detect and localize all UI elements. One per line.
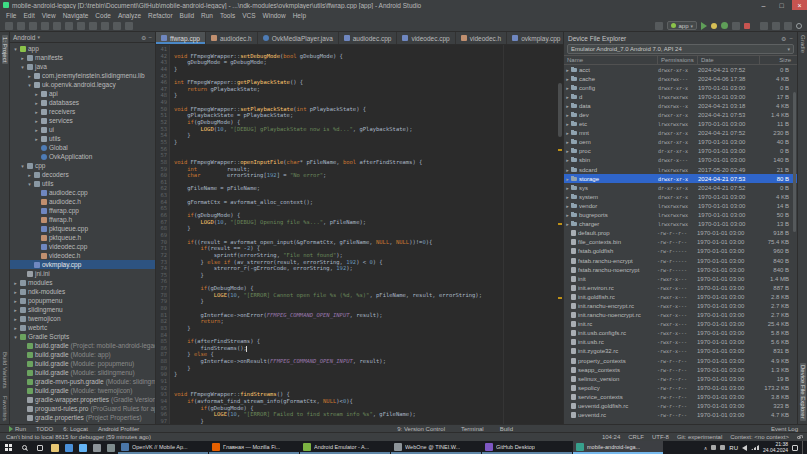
tree-item[interactable]: ▸utils bbox=[10, 134, 155, 143]
chevron-down-icon[interactable]: ▾ bbox=[20, 64, 25, 70]
file-row[interactable]: init.zygote32.rc-rwxr-x---1970-01-01 03:… bbox=[564, 347, 797, 356]
file-row[interactable]: init.rc-rwxr-x---1970-01-01 03:0025.4 KB bbox=[564, 320, 797, 329]
tool-window-button-run[interactable]: Run bbox=[4, 426, 31, 432]
file-row[interactable]: ▸sysdr-xr-xr-x2024-04-21 07:520 B bbox=[564, 183, 797, 192]
file-row[interactable]: default.prop-rw-r--r--1970-01-01 03:0091… bbox=[564, 229, 797, 238]
tree-item[interactable]: proguard-rules.pro (ProGuard Rules for a… bbox=[10, 404, 155, 413]
tree-item[interactable]: build.gradle (Module: popupmenu) bbox=[10, 359, 155, 368]
chevron-right-icon[interactable]: ▸ bbox=[564, 103, 571, 109]
tree-item[interactable]: ▾utils bbox=[10, 179, 155, 188]
tree-item[interactable]: gradle.properties (Project Properties) bbox=[10, 413, 155, 422]
tree-item[interactable]: Global bbox=[10, 143, 155, 152]
editor-tab[interactable]: videodec.h bbox=[456, 32, 507, 44]
file-row[interactable]: ▸configdrwxr-xr-x1970-01-01 03:000 B bbox=[564, 83, 797, 92]
file-row[interactable]: ▸cachedrwxrwx---2024-04-06 17:384 KB bbox=[564, 74, 797, 83]
tree-item[interactable]: ovkmplay.cpp bbox=[10, 260, 155, 269]
menu-navigate[interactable]: Navigate bbox=[63, 12, 89, 19]
file-row[interactable]: ▸vendorlrwxrwxrwx1970-01-01 03:0014 B bbox=[564, 201, 797, 210]
tree-item[interactable]: ▸databases bbox=[10, 98, 155, 107]
collapse-all-icon[interactable]: − bbox=[148, 34, 152, 40]
file-row[interactable]: init.usb.rc-rwxr-x---1970-01-01 03:005.6… bbox=[564, 338, 797, 347]
tool-strip-button[interactable]: 1: Project bbox=[2, 35, 8, 64]
chevron-right-icon[interactable]: ▸ bbox=[564, 221, 571, 227]
tree-item[interactable]: gradle-mvn-push.gradle (Module: slidingm… bbox=[10, 377, 155, 386]
status-item[interactable]: UTF-8 bbox=[652, 434, 669, 440]
file-row[interactable]: seapp_contexts-rw-r--r--1970-01-01 03:00… bbox=[564, 365, 797, 374]
tree-item[interactable]: audiodec.h bbox=[10, 197, 155, 206]
column-header-perm[interactable]: Permissions bbox=[658, 56, 698, 64]
editor-tab[interactable]: videodec.cpp bbox=[397, 32, 455, 44]
task-view-button[interactable] bbox=[32, 441, 48, 454]
tree-item[interactable]: ▾app bbox=[10, 44, 155, 53]
tree-item[interactable]: ▸twemojicon bbox=[10, 314, 155, 323]
chevron-right-icon[interactable]: ▸ bbox=[13, 280, 18, 286]
file-row[interactable]: init.ranchu-noencrypt.rc-rwxr-x---1970-0… bbox=[564, 311, 797, 320]
language-indicator[interactable]: RU bbox=[729, 445, 738, 451]
file-row[interactable]: file_contexts.bin-rw-r--r--1970-01-01 03… bbox=[564, 238, 797, 247]
file-row[interactable]: property_contexts-rw-r--r--1970-01-01 03… bbox=[564, 356, 797, 365]
tree-item[interactable]: videodec.h bbox=[10, 251, 155, 260]
cut-icon[interactable] bbox=[65, 22, 73, 30]
tree-item[interactable]: ▸api bbox=[10, 89, 155, 98]
status-item[interactable]: Context: <no context> bbox=[730, 434, 789, 440]
close-button[interactable]: × bbox=[792, 0, 807, 10]
tree-item[interactable]: ▸ndk-modules bbox=[10, 287, 155, 296]
action-center-icon[interactable] bbox=[792, 445, 798, 451]
file-row[interactable]: ueventd.rc-rw-r--r--1970-01-01 03:004.7 … bbox=[564, 411, 797, 420]
menu-file[interactable]: File bbox=[6, 12, 16, 19]
file-row[interactable]: ▸storagedrwxr-xr-x2024-04-21 07:5380 B bbox=[564, 174, 797, 183]
editor-tab[interactable]: OvkMediaPlayer.java bbox=[258, 32, 339, 44]
tree-item[interactable]: videodec.cpp bbox=[10, 242, 155, 251]
tray-app-icon[interactable] bbox=[711, 445, 716, 450]
status-item[interactable]: 104:24 bbox=[602, 434, 620, 440]
open-project-icon[interactable] bbox=[5, 22, 13, 30]
chevron-right-icon[interactable]: ▸ bbox=[34, 127, 39, 133]
pinned-app-file-explorer[interactable] bbox=[48, 444, 62, 452]
file-row[interactable]: fstab.goldfish-rw-r-----1970-01-01 03:00… bbox=[564, 247, 797, 256]
chevron-right-icon[interactable]: ▸ bbox=[564, 194, 571, 200]
chevron-right-icon[interactable]: ▸ bbox=[34, 100, 39, 106]
chevron-right-icon[interactable]: ▸ bbox=[564, 112, 571, 118]
warning-stripe-mark[interactable] bbox=[558, 223, 562, 225]
tool-strip-button[interactable]: Build Variants bbox=[2, 352, 8, 389]
taskbar-window-button[interactable]: GitHub Desktop bbox=[482, 441, 572, 454]
chevron-right-icon[interactable]: ▸ bbox=[34, 91, 39, 97]
taskbar-window-button[interactable]: WebOne @ TINEI.W... bbox=[391, 441, 481, 454]
file-row[interactable]: init-rwxr-x---1970-01-01 03:001.4 MB bbox=[564, 274, 797, 283]
tray-app-icon[interactable] bbox=[720, 445, 725, 450]
chevron-right-icon[interactable]: ▸ bbox=[13, 307, 18, 313]
file-row[interactable]: sepolicy-rw-r--r--1970-01-01 03:00173.2 … bbox=[564, 383, 797, 392]
chevron-right-icon[interactable]: ▸ bbox=[564, 67, 571, 73]
chevron-down-icon[interactable]: ▾ bbox=[13, 334, 18, 340]
taskbar-window-button[interactable]: OpenVK // Mobile Ap... bbox=[118, 441, 208, 454]
chevron-down-icon[interactable]: ▾ bbox=[27, 181, 32, 187]
avd-manager-icon[interactable] bbox=[772, 22, 780, 30]
file-row[interactable]: init.goldfish.rc-rwxr-x---1970-01-01 03:… bbox=[564, 292, 797, 301]
project-view-selector[interactable]: Android bbox=[13, 34, 35, 41]
tree-item[interactable]: ▸webrtc bbox=[10, 323, 155, 332]
volume-icon[interactable] bbox=[742, 445, 747, 451]
editor-tab[interactable]: audiodec.cpp bbox=[339, 32, 398, 44]
pinned-app-mail[interactable] bbox=[76, 444, 90, 452]
maximize-button[interactable]: □ bbox=[774, 0, 789, 10]
file-row[interactable]: init.ranchu-encrypt.rc-rwxr-x---1970-01-… bbox=[564, 301, 797, 310]
settings-gear-icon[interactable]: ⚙ bbox=[141, 34, 146, 41]
tree-item[interactable]: build.gradle (Module: twemojicon) bbox=[10, 386, 155, 395]
minimize-button[interactable]: – bbox=[756, 0, 771, 10]
file-row[interactable]: ▸oemdrwxr-xr-x1970-01-01 03:0040 B bbox=[564, 138, 797, 147]
find-icon[interactable] bbox=[101, 22, 109, 30]
run-configuration-select[interactable]: app ▾ bbox=[667, 21, 697, 30]
paste-icon[interactable] bbox=[89, 22, 97, 30]
taskbar-window-button[interactable]: Android Emulator - A... bbox=[300, 441, 390, 454]
chevron-down-icon[interactable]: ▾ bbox=[20, 163, 25, 169]
chevron-down-icon[interactable]: ▾ bbox=[13, 46, 18, 52]
tree-item[interactable]: pktqueue.h bbox=[10, 233, 155, 242]
file-row[interactable]: ▸dlrwxrwxrwx1970-01-01 03:0017 B bbox=[564, 92, 797, 101]
tree-item[interactable]: gradle-wrapper.properties (Gradle Versio… bbox=[10, 395, 155, 404]
file-row[interactable]: ▸etclrwxrwxrwx1970-01-01 03:0011 B bbox=[564, 120, 797, 129]
navigate-forward-icon[interactable] bbox=[125, 22, 133, 30]
tool-window-button-build[interactable]: Build bbox=[495, 426, 518, 432]
chevron-right-icon[interactable]: ▸ bbox=[564, 176, 571, 182]
sdk-manager-icon[interactable] bbox=[784, 22, 792, 30]
chevron-right-icon[interactable]: ▸ bbox=[20, 55, 25, 61]
